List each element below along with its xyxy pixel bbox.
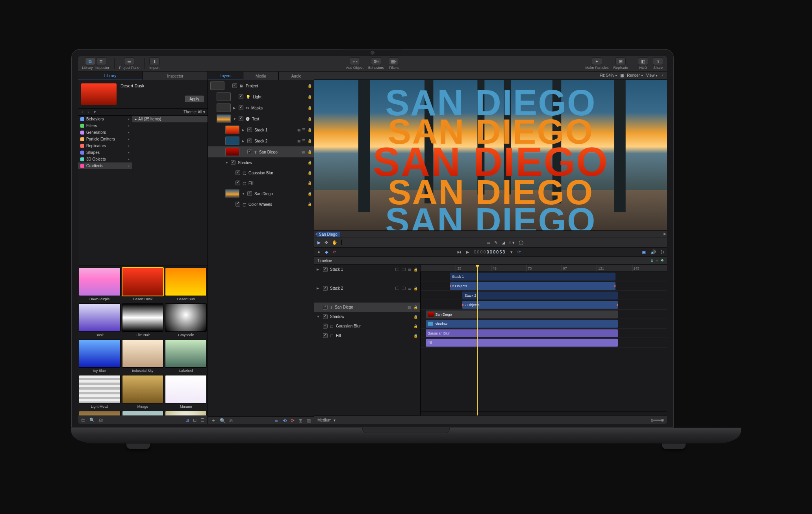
layer-row-san-diego[interactable]: TSan Diego▦🔒 [208, 146, 314, 157]
clip-san-diego[interactable]: San Diego [426, 310, 618, 318]
swatch-dusk[interactable]: Dusk [78, 301, 121, 337]
canvas-viewer[interactable]: SAN DIEGO SAN DIEGO SAN DIEGO SAN DIEGO … [314, 80, 667, 231]
zoom-slider-icon[interactable]: ⊖━━━⊕ [651, 418, 664, 422]
track-visibility-checkbox[interactable] [323, 333, 328, 338]
add-object-button[interactable]: ＋ [350, 57, 360, 65]
layers-fx-icon[interactable]: ⨳ [274, 418, 279, 423]
nav-fwd-icon[interactable]: › [86, 110, 90, 114]
inspector-toggle-button[interactable]: ≣ [96, 57, 106, 65]
layers-add-icon[interactable]: ＋ [211, 417, 216, 424]
swatch-pond[interactable]: Pond [164, 409, 208, 416]
layer-row-fill[interactable]: ▢Fill🔒 [208, 178, 314, 188]
layer-row-stack-2[interactable]: ▶Stack 2▦ ☰🔒 [208, 135, 314, 146]
category-filters[interactable]: Filters▸ [78, 122, 132, 129]
track-visibility-checkbox[interactable] [323, 314, 328, 319]
track-shadow[interactable]: ▼Shadow🔒 [314, 312, 420, 321]
swatch-desert-dusk[interactable]: Desert Dusk [121, 266, 165, 301]
lock-icon[interactable]: 🔒 [308, 117, 311, 121]
lock-icon[interactable]: 🔒 [308, 202, 311, 206]
track-san-diego[interactable]: TSan Diego▦🔒 [314, 302, 420, 312]
visibility-checkbox[interactable] [247, 128, 252, 132]
view-dropdown[interactable]: View ▾ [646, 73, 658, 78]
select-tool-icon[interactable]: ▶ [317, 240, 321, 245]
rect-tool-icon[interactable]: ▭ [486, 240, 490, 245]
category-replicators[interactable]: Replicators▸ [78, 142, 132, 149]
track-visibility-checkbox[interactable] [323, 267, 328, 272]
category-generators[interactable]: Generators▸ [78, 129, 132, 136]
layer-row-san-diego[interactable]: ▼San Diego🔒 [208, 188, 314, 199]
audio-icon[interactable]: 🔊 [651, 249, 656, 254]
clip-2-objects[interactable]: 2 Objects [450, 282, 615, 290]
replicate-button[interactable]: ⊞ [615, 57, 626, 65]
track-stack-1[interactable]: ▶Stack 1☰🔒 [314, 264, 420, 274]
category-3d-objects[interactable]: 3D Objects▸ [78, 156, 132, 163]
clip-gaussian-blur[interactable]: Gaussian Blur [426, 329, 618, 337]
lock-icon[interactable]: 🔒 [308, 150, 311, 154]
search-icon[interactable]: 🔍 [89, 417, 95, 422]
swatch-ocean-haze[interactable]: Ocean Haze [121, 409, 165, 416]
items-header[interactable]: ▸ All (35 items) [132, 116, 208, 122]
layers-view-icon[interactable]: ⊞ [298, 418, 302, 423]
swatch-film-noir[interactable]: Film Noir [121, 301, 165, 337]
visibility-checkbox[interactable] [232, 83, 237, 88]
loop-icon[interactable]: ⟳ [333, 249, 336, 254]
color-channel-icon[interactable]: ▦ [620, 73, 624, 78]
visibility-checkbox[interactable] [231, 160, 235, 165]
layers-toggle-icon[interactable]: ▤ [306, 418, 311, 423]
timeline-scrollbar[interactable] [421, 412, 667, 416]
timeline-area[interactable]: 25497397121145 Stack 12 ObjectsStack 22 … [421, 264, 667, 415]
lock-icon[interactable]: 🔒 [308, 192, 311, 196]
lock-icon[interactable]: 🔒 [308, 181, 311, 185]
layer-row-masks[interactable]: ▶✂Masks🔒 [208, 102, 314, 113]
visibility-checkbox[interactable] [247, 139, 252, 143]
goto-start-icon[interactable]: ⏮ [457, 250, 461, 254]
visibility-checkbox[interactable] [239, 105, 243, 110]
layer-row-stack-1[interactable]: ▶Stack 1▦ ☰🔒 [208, 124, 314, 135]
behaviors-button[interactable]: ⚙ [371, 57, 381, 65]
mask-tool-icon[interactable]: ◢ [502, 240, 505, 245]
layers-search-icon[interactable]: 🔍 [220, 418, 226, 423]
shape-tool-icon[interactable]: ◯ [519, 240, 523, 245]
swatch-light-metal[interactable]: Light Metal [78, 373, 121, 409]
clip-stack-1[interactable]: Stack 1 [450, 272, 615, 280]
hud-button[interactable]: ◧ [638, 57, 648, 65]
grid-small-icon[interactable]: ⊟ [193, 417, 197, 422]
visibility-checkbox[interactable] [239, 94, 243, 99]
clip-stack-2[interactable]: Stack 2 [462, 291, 617, 299]
expand-icon[interactable]: ⟩⟩ [661, 249, 664, 254]
library-toggle-button[interactable]: ⧉ [85, 57, 95, 65]
layer-row-light[interactable]: 💡Light🔒 [208, 91, 314, 102]
track-gaussian-blur[interactable]: ▢Gaussian Blur🔒 [314, 321, 420, 331]
stack-icon[interactable]: 🗂 [99, 418, 103, 422]
visibility-checkbox[interactable] [235, 181, 240, 185]
swatch-oak[interactable]: Oak [78, 409, 121, 416]
visibility-checkbox[interactable] [247, 150, 252, 154]
tl-keyframes-icon[interactable]: ⧈ [651, 258, 653, 263]
visibility-checkbox[interactable] [235, 202, 240, 207]
layer-row-gaussian-blur[interactable]: ▢Gaussian Blur🔒 [208, 168, 314, 178]
timecode[interactable]: 0000000053 [474, 250, 506, 254]
lock-icon[interactable]: 🔒 [308, 171, 311, 175]
playhead[interactable] [477, 264, 478, 415]
timeline-ruler[interactable]: 25497397121145 [421, 264, 667, 272]
clip-shadow[interactable]: Shadow [426, 320, 618, 327]
track-visibility-checkbox[interactable] [323, 324, 328, 328]
import-button[interactable]: ⬇ [149, 57, 159, 65]
project-pane-button[interactable]: ☰ [124, 57, 134, 65]
lock-icon[interactable]: 🔒 [308, 139, 311, 143]
tab-layers[interactable]: Layers [208, 72, 243, 80]
tc-menu-icon[interactable]: ▾ [510, 249, 513, 254]
new-folder-icon[interactable]: 🗀 [81, 418, 85, 422]
swatch-murano[interactable]: Murano [164, 373, 208, 409]
track-stack-2[interactable]: ▶Stack 2☰🔒 [314, 283, 420, 293]
clip-fill[interactable]: Fill [426, 338, 618, 346]
track-display-dropdown[interactable]: Medium ▾ [317, 418, 336, 422]
category-behaviors[interactable]: Behaviors▸ [78, 116, 132, 122]
category-gradients[interactable]: Gradients▸ [78, 163, 132, 169]
list-view-icon[interactable]: ☰ [200, 417, 204, 422]
visibility-checkbox[interactable] [235, 170, 240, 175]
apply-button[interactable]: Apply [184, 95, 204, 103]
layer-row-project[interactable]: 🗎Project🔒 [208, 80, 314, 91]
keyframe-icon[interactable]: ◆ [325, 249, 328, 254]
theme-dropdown[interactable]: Theme: All ▾ [184, 110, 205, 114]
